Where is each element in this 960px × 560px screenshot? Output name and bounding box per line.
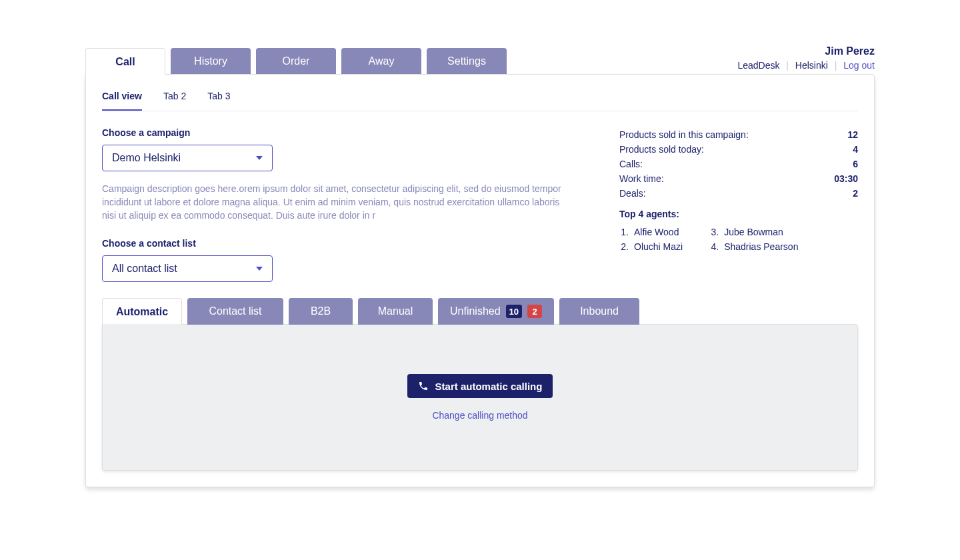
contact-list-selected-value: All contact list [112, 263, 177, 275]
agent-name: Shadrias Pearson [724, 241, 798, 252]
call-action-area: Start automatic calling Change calling m… [102, 324, 858, 471]
mode-tab-inbound[interactable]: Inbound [559, 298, 639, 325]
agent-name: Oluchi Mazi [634, 241, 683, 252]
agent-row: 4.Shadrias Pearson [709, 239, 798, 254]
choose-campaign-label: Choose a campaign [102, 127, 566, 138]
agent-row: 2.Oluchi Mazi [619, 239, 683, 254]
campaign-selected-value: Demo Helsinki [112, 152, 181, 164]
agent-name: Alfie Wood [634, 227, 679, 237]
separator: | [786, 60, 789, 71]
mode-tab-automatic[interactable]: Automatic [102, 298, 182, 325]
main-tab-call[interactable]: Call [85, 48, 165, 75]
stat-label: Products sold in this campaign: [619, 129, 749, 140]
unfinished-count-badge: 10 [506, 305, 522, 318]
user-block: Jim Perez LeadDesk | Helsinki | Log out [737, 44, 875, 71]
campaign-description: Campaign description goes here.orem ipsu… [102, 182, 566, 222]
stat-label: Work time: [619, 173, 664, 184]
stat-value: 12 [847, 129, 858, 140]
user-subline: LeadDesk | Helsinki | Log out [737, 60, 875, 71]
agent-row: 1.Alfie Wood [619, 225, 683, 239]
main-panel: Call view Tab 2 Tab 3 Choose a campaign … [85, 74, 875, 487]
company-label: LeadDesk [737, 60, 779, 71]
stat-value: 6 [853, 159, 858, 169]
campaign-dropdown[interactable]: Demo Helsinki [102, 145, 273, 171]
subtab-call-view[interactable]: Call view [102, 91, 142, 111]
chevron-down-icon [256, 267, 263, 271]
stat-value: 2 [853, 188, 858, 199]
choose-contact-list-label: Choose a contact list [102, 238, 566, 249]
stat-value: 03:30 [834, 173, 858, 184]
main-tab-settings[interactable]: Settings [427, 48, 507, 75]
logout-link[interactable]: Log out [843, 60, 875, 71]
start-automatic-calling-button[interactable]: Start automatic calling [407, 374, 553, 398]
stat-value: 4 [853, 144, 858, 155]
contact-list-dropdown[interactable]: All contact list [102, 255, 273, 282]
mode-tab-label: Unfinished [450, 305, 501, 317]
main-tab-history[interactable]: History [171, 48, 251, 75]
main-tab-order[interactable]: Order [256, 48, 336, 75]
stat-label: Calls: [619, 159, 643, 169]
mode-tab-bar: Automatic Contact list B2B Manual Unfini… [102, 298, 858, 325]
unfinished-alert-badge: 2 [527, 305, 542, 318]
separator: | [835, 60, 837, 71]
main-tab-bar: Call History Order Away Settings [85, 48, 507, 75]
mode-tab-unfinished[interactable]: Unfinished 10 2 [438, 298, 554, 325]
location-label: Helsinki [795, 60, 828, 71]
chevron-down-icon [256, 156, 263, 160]
main-tab-away[interactable]: Away [341, 48, 421, 75]
phone-icon [418, 381, 429, 391]
change-calling-method-link[interactable]: Change calling method [432, 410, 527, 421]
user-name: Jim Perez [737, 44, 875, 59]
sub-tab-bar: Call view Tab 2 Tab 3 [102, 91, 858, 111]
mode-tab-manual[interactable]: Manual [358, 298, 433, 325]
agent-name: Jube Bowman [724, 227, 783, 237]
start-button-label: Start automatic calling [435, 381, 543, 392]
stats-panel: Products sold in this campaign:12 Produc… [619, 127, 858, 282]
mode-tab-contact-list[interactable]: Contact list [187, 298, 283, 325]
agent-row: 3.Jube Bowman [709, 225, 798, 239]
mode-tab-b2b[interactable]: B2B [289, 298, 353, 325]
top-agents-label: Top 4 agents: [619, 209, 858, 219]
subtab-tab-2[interactable]: Tab 2 [163, 91, 186, 111]
stat-label: Deals: [619, 188, 646, 199]
stat-label: Products sold today: [619, 144, 704, 155]
subtab-tab-3[interactable]: Tab 3 [207, 91, 230, 111]
